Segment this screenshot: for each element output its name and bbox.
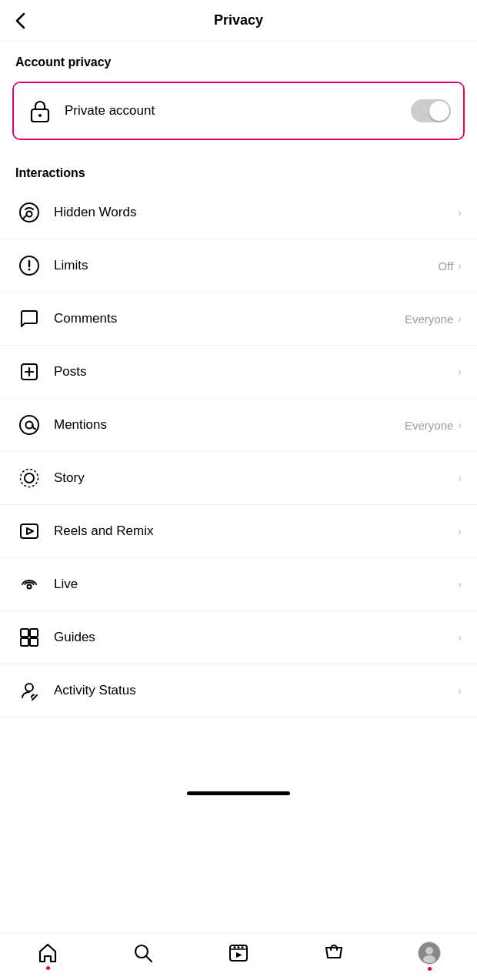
story-row[interactable]: Story › bbox=[0, 452, 477, 505]
mentions-value: Everyone bbox=[405, 419, 453, 432]
activity-status-chevron: › bbox=[458, 684, 462, 697]
story-right: › bbox=[456, 472, 462, 484]
activity-status-label: Activity Status bbox=[54, 683, 456, 698]
nav-shop[interactable] bbox=[286, 942, 382, 964]
live-row[interactable]: Live › bbox=[0, 558, 477, 611]
reels-right: › bbox=[456, 525, 462, 537]
nav-search[interactable] bbox=[95, 942, 191, 964]
hidden-words-row[interactable]: Hidden Words › bbox=[0, 186, 477, 239]
svg-point-27 bbox=[238, 946, 240, 948]
mentions-right: Everyone › bbox=[405, 419, 462, 432]
private-account-label: Private account bbox=[65, 103, 411, 119]
live-chevron: › bbox=[458, 578, 462, 590]
home-active-dot bbox=[46, 966, 50, 970]
limits-label: Limits bbox=[54, 258, 439, 273]
hidden-words-icon bbox=[15, 199, 43, 226]
guides-right: › bbox=[456, 631, 462, 644]
guides-chevron: › bbox=[458, 631, 462, 644]
limits-row[interactable]: Limits Off › bbox=[0, 239, 477, 293]
home-indicator bbox=[187, 791, 290, 795]
shop-icon bbox=[323, 942, 345, 964]
svg-point-26 bbox=[234, 946, 236, 948]
svg-point-31 bbox=[425, 947, 433, 955]
reels-label: Reels and Remix bbox=[54, 523, 456, 539]
svg-rect-18 bbox=[30, 629, 38, 637]
private-account-highlight: Private account bbox=[12, 82, 465, 140]
guides-icon bbox=[15, 624, 43, 651]
reels-nav-icon bbox=[228, 942, 249, 964]
comments-right: Everyone › bbox=[405, 313, 462, 326]
header: Privacy bbox=[0, 0, 477, 42]
interactions-section: Interactions Hidden Words › Limits Of bbox=[0, 149, 477, 717]
activity-status-row[interactable]: Activity Status › bbox=[0, 664, 477, 717]
nav-reels[interactable] bbox=[191, 942, 286, 964]
page-title: Privacy bbox=[214, 12, 263, 28]
svg-point-21 bbox=[25, 684, 33, 691]
nav-home[interactable] bbox=[0, 942, 95, 964]
svg-rect-14 bbox=[21, 524, 38, 538]
svg-line-24 bbox=[146, 956, 152, 962]
svg-marker-15 bbox=[27, 528, 33, 534]
account-privacy-label: Account privacy bbox=[0, 42, 477, 75]
svg-point-10 bbox=[20, 416, 38, 434]
back-button[interactable] bbox=[15, 12, 25, 29]
comments-icon bbox=[15, 305, 43, 333]
story-label: Story bbox=[54, 470, 456, 486]
svg-point-28 bbox=[242, 946, 244, 948]
svg-rect-19 bbox=[21, 638, 28, 646]
comments-row[interactable]: Comments Everyone › bbox=[0, 293, 477, 346]
comments-label: Comments bbox=[54, 311, 405, 326]
svg-point-3 bbox=[27, 212, 32, 217]
live-label: Live bbox=[54, 577, 456, 592]
hidden-words-right: › bbox=[456, 206, 462, 219]
guides-row[interactable]: Guides › bbox=[0, 611, 477, 664]
bottom-nav bbox=[0, 933, 477, 980]
svg-point-6 bbox=[28, 269, 31, 271]
private-account-row[interactable]: Private account bbox=[14, 83, 463, 139]
limits-chevron: › bbox=[458, 259, 462, 272]
search-icon bbox=[132, 942, 154, 964]
home-icon bbox=[37, 942, 58, 964]
svg-point-13 bbox=[21, 470, 38, 487]
mentions-row[interactable]: Mentions Everyone › bbox=[0, 399, 477, 452]
posts-label: Posts bbox=[54, 364, 456, 380]
reels-chevron: › bbox=[458, 525, 462, 537]
nav-profile[interactable] bbox=[382, 942, 477, 965]
mentions-chevron: › bbox=[458, 419, 462, 431]
reels-row[interactable]: Reels and Remix › bbox=[0, 505, 477, 558]
interactions-label: Interactions bbox=[0, 152, 477, 186]
reels-icon bbox=[15, 517, 43, 545]
limits-right: Off › bbox=[439, 259, 462, 273]
live-right: › bbox=[456, 578, 462, 590]
posts-row[interactable]: Posts › bbox=[0, 346, 477, 399]
comments-value: Everyone bbox=[405, 313, 453, 326]
story-chevron: › bbox=[458, 472, 462, 484]
posts-icon bbox=[15, 358, 43, 386]
svg-marker-29 bbox=[236, 952, 242, 958]
limits-icon bbox=[15, 252, 43, 279]
toggle-knob bbox=[429, 101, 449, 121]
activity-status-right: › bbox=[456, 684, 462, 697]
profile-avatar bbox=[418, 942, 441, 965]
mentions-label: Mentions bbox=[54, 417, 405, 433]
guides-label: Guides bbox=[54, 630, 456, 645]
posts-right: › bbox=[456, 366, 462, 378]
comments-chevron: › bbox=[458, 313, 462, 325]
svg-point-12 bbox=[25, 473, 34, 483]
activity-status-icon bbox=[15, 677, 43, 704]
mentions-icon bbox=[15, 411, 43, 439]
hidden-words-label: Hidden Words bbox=[54, 205, 456, 220]
svg-rect-20 bbox=[30, 638, 38, 646]
profile-active-dot bbox=[428, 967, 432, 971]
lock-icon bbox=[26, 97, 54, 125]
live-icon bbox=[15, 570, 43, 598]
story-icon bbox=[15, 464, 43, 492]
svg-rect-17 bbox=[21, 629, 28, 637]
hidden-words-chevron: › bbox=[458, 206, 462, 219]
private-account-toggle[interactable] bbox=[411, 99, 451, 122]
limits-value: Off bbox=[439, 259, 454, 273]
svg-point-1 bbox=[38, 114, 42, 117]
svg-point-16 bbox=[28, 585, 32, 589]
posts-chevron: › bbox=[458, 366, 462, 378]
svg-point-11 bbox=[26, 422, 33, 429]
